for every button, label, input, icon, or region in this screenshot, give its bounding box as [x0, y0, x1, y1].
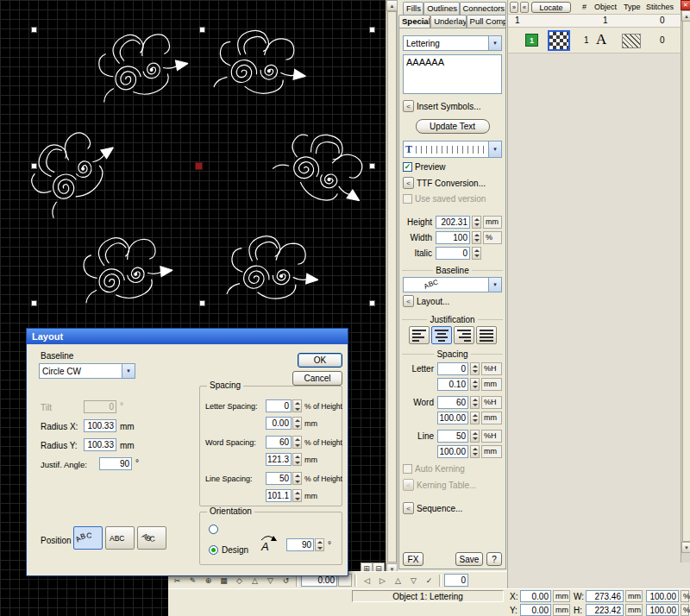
selection-handle[interactable] — [31, 163, 37, 169]
line-pct-stepper[interactable] — [470, 430, 480, 443]
selection-handle[interactable] — [199, 27, 205, 33]
scrollbar-thumb[interactable] — [387, 11, 397, 563]
position-straight-button[interactable]: ABC — [105, 526, 135, 550]
ok-button[interactable]: OK — [298, 353, 342, 368]
letter-pct-stepper[interactable] — [470, 362, 480, 375]
letter-mm-stepper[interactable] — [292, 417, 302, 430]
italic-field[interactable]: 0 — [436, 247, 470, 260]
w-field[interactable]: 273.46 — [586, 590, 624, 602]
x-field[interactable]: 0.00 — [520, 590, 551, 602]
selection-handle[interactable] — [369, 27, 375, 33]
scrollbar-thumb[interactable] — [682, 21, 690, 542]
close-icon[interactable]: ✕ — [681, 0, 690, 10]
color-chip-icon[interactable] — [548, 30, 570, 51]
selection-handle[interactable] — [199, 300, 205, 306]
angle-up-icon[interactable]: △ — [391, 574, 405, 587]
canvas-vertical-scrollbar[interactable]: ▲ ▼ — [386, 0, 397, 575]
dialog-title-bar[interactable]: Layout — [27, 329, 348, 344]
font-preview-select[interactable]: T ▼ — [403, 141, 502, 158]
chevron-down-icon[interactable]: ▼ — [488, 278, 501, 292]
chevron-down-icon[interactable]: ▼ — [488, 36, 501, 50]
radius-x-field[interactable]: 100.33 — [84, 419, 116, 432]
ttf-conversion-expand-icon[interactable]: < — [403, 177, 414, 189]
help-button[interactable]: ? — [486, 552, 502, 566]
insert-symbols-button[interactable]: Insert Symbols... — [417, 102, 480, 111]
italic-stepper[interactable] — [472, 247, 481, 260]
tab-pull-comp[interactable]: Pull Comp — [467, 15, 506, 28]
sequence-button[interactable]: Sequence... — [417, 504, 462, 513]
save-button[interactable]: Save — [455, 552, 483, 566]
justif-angle-field[interactable]: 90 — [99, 457, 132, 470]
justify-full-button[interactable] — [476, 326, 497, 344]
panel-vertical-scrollbar[interactable]: ▲ ▼ — [681, 10, 690, 563]
radius-y-field[interactable]: 100.33 — [84, 438, 116, 451]
update-text-button[interactable]: Update Text — [416, 119, 490, 134]
cancel-button[interactable]: Cancel — [292, 371, 342, 386]
selection-handle[interactable] — [31, 27, 37, 33]
orientation-angle-stepper[interactable] — [315, 538, 324, 551]
object-type-select[interactable]: Lettering ▼ — [403, 35, 502, 51]
locate-button[interactable]: Locate — [531, 2, 571, 13]
object-row[interactable]: 1 1 A 0 — [508, 28, 681, 53]
justify-center-button[interactable] — [431, 326, 452, 344]
embroidery-motif[interactable] — [76, 227, 177, 314]
word-mm-stepper[interactable] — [470, 412, 480, 424]
insert-symbols-expand-icon[interactable]: < — [403, 100, 414, 112]
rotation-center-marker[interactable] — [195, 162, 203, 170]
line-spacing-pct-field[interactable]: 50 — [437, 430, 468, 443]
word-pct-stepper[interactable] — [292, 436, 302, 449]
letter-spacing-mm-field[interactable]: 0.00 — [266, 417, 292, 430]
tab-special[interactable]: Special — [398, 15, 430, 28]
nav-first-icon[interactable]: » — [510, 2, 518, 13]
height-field[interactable]: 202.31 — [436, 216, 470, 229]
line-spacing-mm-field[interactable]: 101.1 — [266, 489, 292, 502]
justify-right-button[interactable] — [454, 326, 474, 344]
zoom-h-field[interactable]: 100.00 — [646, 604, 679, 616]
line-spacing-pct-field[interactable]: 50 — [266, 472, 292, 485]
orientation-baseline-radio[interactable] — [209, 525, 218, 534]
word-mm-stepper[interactable] — [292, 453, 302, 466]
orientation-angle-field[interactable]: 90 — [286, 538, 314, 551]
tab-outlines[interactable]: Outlines — [423, 2, 459, 15]
letter-mm-stepper[interactable] — [470, 378, 480, 391]
y-field[interactable]: 0.00 — [520, 604, 551, 616]
tab-fills[interactable]: Fills — [403, 2, 423, 15]
line-mm-stepper[interactable] — [292, 489, 302, 502]
preview-checkbox[interactable]: ✓ — [403, 162, 412, 172]
width-field[interactable]: 100 — [436, 231, 470, 244]
line-mm-stepper[interactable] — [470, 445, 480, 458]
selection-handle[interactable] — [31, 300, 37, 306]
width-stepper[interactable] — [472, 231, 481, 244]
sequence-expand-icon[interactable]: < — [403, 502, 414, 514]
word-spacing-mm-field[interactable]: 121.3 — [266, 453, 292, 466]
apply-icon[interactable]: ✓ — [422, 574, 436, 587]
fx-button[interactable]: FX — [403, 552, 423, 566]
chevron-down-icon[interactable]: ▼ — [488, 141, 501, 157]
tab-connectors[interactable]: Connectors — [460, 2, 506, 15]
next-object-icon[interactable]: ▷ — [375, 574, 390, 587]
selection-handle[interactable] — [369, 163, 375, 169]
justify-left-button[interactable] — [409, 326, 430, 344]
word-spacing-pct-field[interactable]: 60 — [437, 396, 468, 409]
letter-spacing-mm-field[interactable]: 0.10 — [437, 378, 468, 391]
letter-spacing-pct-field[interactable]: 0 — [437, 362, 468, 375]
ttf-conversion-button[interactable]: TTF Conversion... — [417, 179, 486, 188]
position-arc-up-button[interactable]: ABC — [73, 526, 103, 550]
zoom-w-field[interactable]: 100.00 — [646, 590, 679, 602]
baseline-select[interactable]: ABC ▼ — [403, 277, 502, 292]
prev-object-icon[interactable]: ◁ — [360, 574, 374, 587]
embroidery-motif[interactable] — [264, 111, 385, 229]
count-field[interactable]: 0 — [444, 574, 468, 587]
chevron-down-icon[interactable]: ▼ — [122, 364, 135, 378]
selection-handle[interactable] — [369, 300, 375, 306]
orientation-design-radio[interactable] — [209, 545, 218, 555]
word-pct-stepper[interactable] — [470, 396, 480, 409]
embroidery-motif[interactable] — [89, 20, 194, 112]
lettering-text-input[interactable]: AAAAAA — [403, 54, 502, 94]
word-spacing-mm-field[interactable]: 100.00 — [437, 412, 468, 424]
scroll-down-icon[interactable]: ▼ — [681, 542, 690, 553]
angle-down-icon[interactable]: ▽ — [406, 574, 421, 587]
embroidery-motif[interactable] — [12, 111, 133, 229]
word-spacing-pct-field[interactable]: 60 — [266, 436, 292, 449]
nav-last-icon[interactable]: « — [520, 2, 529, 13]
